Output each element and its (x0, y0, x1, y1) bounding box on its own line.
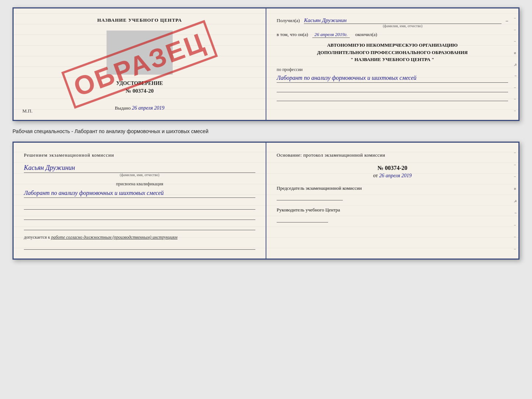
qual-chairman-label: Председатель экзаменационной комиссии (277, 185, 508, 192)
cert-left-page: НАЗВАНИЕ УЧЕБНОГО ЦЕНТРА УДОСТОВЕРЕНИЕ №… (14, 8, 266, 120)
cert-vydano-date: 26 апреля 2019 (132, 105, 164, 111)
cert-vtom-row: в том, что он(а) 26 апреля 2019г. окончи… (277, 32, 508, 38)
cert-sig-line-1 (277, 86, 508, 92)
qual-line-3 (24, 223, 255, 230)
qual-profession-value: Лаборант по анализу формовочных и шихтов… (24, 188, 255, 198)
qual-right-edge-marks: – – – и ,а ← – – – (514, 143, 518, 259)
qual-protocol-number: № 00374-20 (277, 165, 508, 171)
qual-chairman-sign-line (277, 193, 343, 200)
cert-vydano-label: Выдано (115, 105, 131, 111)
qual-recipient-name: Касьян Дружинин (24, 164, 255, 173)
cert-okonchil-label: окончил(а) (355, 32, 377, 38)
qual-dopuskaetsya-label: допускается к (24, 235, 50, 240)
cert-vydano-row: Выдано 26 апреля 2019 (24, 105, 255, 111)
qual-dopuskaetsya-section: допускается к работе согласно должностны… (24, 235, 255, 240)
cert-org-block: АВТОНОМНУЮ НЕКОММЕРЧЕСКУЮ ОРГАНИЗАЦИЮ ДО… (277, 42, 508, 63)
qualification-book: Решением экзаменационной комиссии Касьян… (12, 142, 520, 260)
qual-heading: Решением экзаменационной комиссии (24, 152, 255, 159)
qual-right-page: Основание: протокол экзаменационной коми… (266, 143, 518, 259)
cert-doc-number: № 00374-20 (24, 88, 255, 94)
cert-poluchil-row: Получил(а) Касьян Дружинин (фамилия, имя… (277, 17, 508, 28)
qual-date-prefix: от (373, 173, 378, 178)
cert-poluchil-label: Получил(а) (277, 18, 300, 24)
cert-completion-date: 26 апреля 2019г. (312, 32, 350, 38)
qual-rukovoditel-sign-line (277, 215, 328, 222)
qual-rukovoditel-label: Руководитель учебного Центра (277, 206, 508, 214)
qual-signature-lines (24, 202, 255, 230)
cert-mp-label: М.П. (22, 108, 32, 114)
cert-doc-type: УДОСТОВЕРЕНИЕ (24, 81, 255, 86)
cert-org-line1: АВТОНОМНУЮ НЕКОММЕРЧЕСКУЮ ОРГАНИЗАЦИЮ (277, 42, 508, 49)
cert-signature-lines (277, 86, 508, 101)
certificate-book: НАЗВАНИЕ УЧЕБНОГО ЦЕНТРА УДОСТОВЕРЕНИЕ №… (12, 7, 520, 121)
cert-name-sub: (фамилия, имя, отчество) (304, 24, 501, 28)
cert-recipient-name: Касьян Дружинин (304, 17, 501, 24)
cert-profession-value: Лаборант по анализу формовочных и шихтов… (277, 73, 508, 83)
cert-profession-label: по профессии (277, 67, 508, 72)
qual-line-1 (24, 202, 255, 210)
qual-dopuskaetsya-value: работе согласно должностным (производств… (51, 235, 177, 240)
qual-left-page: Решением экзаменационной комиссии Касьян… (14, 143, 266, 259)
qual-name-sub: (фамилия, имя, отчество) (24, 173, 255, 177)
cert-org-line2: ДОПОЛНИТЕЛЬНОГО ПРОФЕССИОНАЛЬНОГО ОБРАЗО… (277, 49, 508, 56)
cert-vtom-label: в том, что он(а) (277, 32, 308, 38)
qual-name-section: Касьян Дружинин (фамилия, имя, отчество) (24, 164, 255, 177)
cert-school-title: НАЗВАНИЕ УЧЕБНОГО ЦЕНТРА (24, 17, 255, 23)
qual-basis-heading: Основание: протокол экзаменационной коми… (277, 152, 508, 159)
qual-dopuskaetsya-line (24, 242, 255, 250)
qual-line-2 (24, 213, 255, 220)
specialty-text: Рабочая специальность - Лаборант по анал… (12, 127, 520, 136)
qual-date-value: 26 апреля 2019 (379, 173, 411, 178)
cert-org-line3: " НАЗВАНИЕ УЧЕБНОГО ЦЕНТРА " (277, 56, 508, 63)
cert-right-edge-marks: – – – и ,а ← – – – (514, 8, 518, 120)
document-wrapper: НАЗВАНИЕ УЧЕБНОГО ЦЕНТРА УДОСТОВЕРЕНИЕ №… (12, 7, 520, 260)
qual-protocol-date-row: от 26 апреля 2019 (277, 173, 508, 179)
cert-photo-placeholder (107, 31, 173, 75)
cert-right-page: Получил(а) Касьян Дружинин (фамилия, имя… (266, 8, 518, 120)
qual-assigned-label: присвоена квалификация (24, 181, 255, 187)
cert-sig-line-2 (277, 95, 508, 101)
